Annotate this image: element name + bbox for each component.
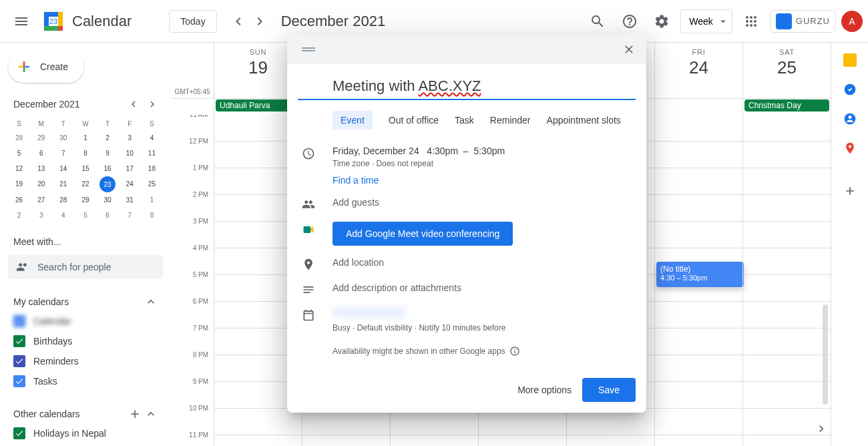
more-options-button[interactable]: More options xyxy=(517,385,572,395)
mini-cal-day[interactable]: 16 xyxy=(97,161,119,176)
time-slot[interactable] xyxy=(214,409,302,435)
mini-cal-day[interactable]: 15 xyxy=(74,161,96,176)
mini-cal-day[interactable]: 9 xyxy=(97,146,119,161)
time-slot[interactable] xyxy=(655,302,742,328)
add-description-link[interactable]: Add description or attachments xyxy=(333,282,461,293)
mini-cal-day[interactable]: 13 xyxy=(30,161,52,176)
mini-cal-day[interactable]: 1 xyxy=(74,130,96,146)
mini-cal-day[interactable]: 8 xyxy=(74,146,96,161)
time-slot[interactable] xyxy=(391,435,478,446)
mini-cal-day[interactable]: 2 xyxy=(97,130,119,146)
time-slot[interactable] xyxy=(655,195,742,222)
tab-reminder[interactable]: Reminder xyxy=(490,111,531,130)
mini-cal-day[interactable]: 20 xyxy=(30,176,52,192)
mini-cal-day[interactable]: 30 xyxy=(52,130,74,146)
add-addon-icon[interactable] xyxy=(843,184,857,198)
calendar-item[interactable]: Holidays in Nepal xyxy=(8,423,163,443)
mini-cal-day[interactable]: 31 xyxy=(119,192,141,208)
time-slot[interactable] xyxy=(743,142,831,168)
popup-drag-handle[interactable] xyxy=(292,43,617,55)
mini-cal-day[interactable]: 1 xyxy=(141,192,163,208)
mini-cal-day[interactable]: 6 xyxy=(97,208,119,223)
calendar-checkbox[interactable] xyxy=(13,375,25,387)
time-slot[interactable] xyxy=(655,435,742,446)
mini-cal-day[interactable]: 3 xyxy=(119,130,141,146)
main-menu-button[interactable] xyxy=(5,5,37,37)
time-slot[interactable] xyxy=(302,409,390,435)
mini-cal-day[interactable]: 2 xyxy=(8,208,30,223)
keep-app-icon[interactable] xyxy=(843,53,857,67)
mini-cal-day[interactable]: 8 xyxy=(141,208,163,223)
save-button[interactable]: Save xyxy=(582,378,636,402)
time-slot[interactable] xyxy=(743,195,831,222)
user-avatar[interactable]: A xyxy=(841,11,863,32)
view-selector[interactable]: Week xyxy=(680,9,732,33)
org-badge[interactable]: GURZU xyxy=(770,10,836,33)
event-datetime[interactable]: Friday, December 24 4:30pm – 5:30pm xyxy=(333,146,636,156)
search-people-input[interactable]: Search for people xyxy=(8,255,163,279)
maps-app-icon[interactable] xyxy=(843,142,857,155)
event-status-line[interactable]: Busy · Default visibility · Notify 10 mi… xyxy=(333,323,636,332)
time-slot[interactable] xyxy=(743,275,831,302)
time-slot[interactable] xyxy=(479,409,566,435)
settings-button[interactable] xyxy=(648,8,675,35)
time-slot[interactable] xyxy=(655,168,742,195)
mini-cal-day[interactable]: 6 xyxy=(30,146,52,161)
time-slot[interactable] xyxy=(743,328,831,355)
time-slot[interactable] xyxy=(743,248,831,275)
new-event-block[interactable]: (No title) 4:30 – 5:30pm xyxy=(656,262,744,287)
calendar-item[interactable]: Birthdays xyxy=(8,331,163,351)
tab-appointment-slots[interactable]: Appointment slots xyxy=(547,111,621,130)
tasks-app-icon[interactable] xyxy=(843,83,857,96)
mini-cal-day[interactable]: 19 xyxy=(8,176,30,192)
tz-repeat[interactable]: Time zone · Does not repeat xyxy=(333,159,636,168)
time-slot[interactable] xyxy=(743,222,831,248)
popup-close-button[interactable] xyxy=(617,37,641,61)
time-slot[interactable] xyxy=(214,435,302,446)
mini-cal-day[interactable]: 22 xyxy=(74,176,96,192)
mini-cal-day[interactable]: 21 xyxy=(52,176,74,192)
add-location-link[interactable]: Add location xyxy=(333,257,384,268)
time-slot[interactable] xyxy=(655,115,742,142)
mini-cal-day[interactable]: 27 xyxy=(30,192,52,208)
add-meet-button[interactable]: Add Google Meet video conferencing xyxy=(333,222,513,246)
time-slot[interactable] xyxy=(743,382,831,409)
mini-cal-day[interactable]: 24 xyxy=(119,176,141,192)
time-slot[interactable] xyxy=(655,355,742,382)
my-calendars-toggle[interactable]: My calendars xyxy=(8,292,163,311)
info-icon[interactable] xyxy=(509,346,520,357)
mini-cal-day[interactable]: 11 xyxy=(141,146,163,161)
mini-cal-day[interactable]: 29 xyxy=(74,192,96,208)
time-slot[interactable] xyxy=(479,435,566,446)
mini-cal-day[interactable]: 17 xyxy=(119,161,141,176)
mini-cal-day[interactable]: 14 xyxy=(52,161,74,176)
mini-cal-day[interactable]: 29 xyxy=(30,130,52,146)
mini-cal-day[interactable]: 3 xyxy=(30,208,52,223)
time-slot[interactable] xyxy=(567,435,654,446)
tab-task[interactable]: Task xyxy=(455,111,474,130)
add-guests-link[interactable]: Add guests xyxy=(333,197,379,208)
time-slot[interactable] xyxy=(743,302,831,328)
add-calendar-icon[interactable] xyxy=(128,407,142,421)
mini-cal-day[interactable]: 28 xyxy=(52,192,74,208)
find-a-time-link[interactable]: Find a time xyxy=(333,175,636,186)
mini-cal-day[interactable]: 30 xyxy=(97,192,119,208)
calendar-item[interactable]: Reminders xyxy=(8,351,163,371)
calendar-checkbox[interactable] xyxy=(13,355,25,367)
time-slot[interactable] xyxy=(391,409,478,435)
mini-cal-day[interactable]: 28 xyxy=(8,130,30,146)
tab-out-of-office[interactable]: Out of office xyxy=(389,111,439,130)
mini-cal-prev[interactable] xyxy=(126,96,142,112)
create-button[interactable]: Create xyxy=(8,51,84,83)
today-button[interactable]: Today xyxy=(169,10,216,33)
time-slot[interactable] xyxy=(743,115,831,142)
time-slot[interactable] xyxy=(743,355,831,382)
mini-cal-day[interactable]: 4 xyxy=(52,208,74,223)
mini-cal-day[interactable]: 26 xyxy=(8,192,30,208)
other-calendars-toggle[interactable]: Other calendars xyxy=(8,405,163,423)
mini-cal-day[interactable]: 18 xyxy=(141,161,163,176)
allday-event[interactable]: Christmas Day xyxy=(744,99,829,112)
calendar-checkbox[interactable] xyxy=(13,315,25,327)
calendar-checkbox[interactable] xyxy=(13,335,25,347)
tab-event[interactable]: Event xyxy=(333,111,373,130)
